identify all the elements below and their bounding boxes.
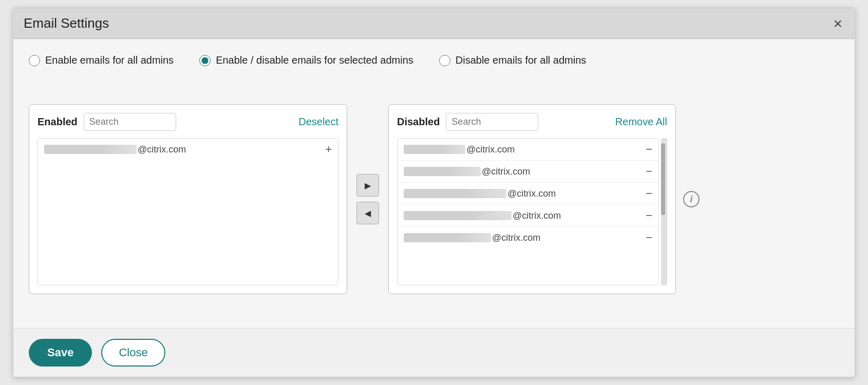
email-settings-dialog: Email Settings × Enable emails for all a… — [13, 8, 855, 377]
radio-all-enable[interactable] — [29, 55, 40, 66]
disabled-panel-header: Disabled Remove All — [397, 113, 667, 131]
info-icon[interactable]: i — [683, 191, 700, 207]
remove-item-button[interactable]: − — [646, 144, 652, 155]
disabled-panel: Disabled Remove All @citrix.com − — [388, 104, 676, 294]
arrow-left-icon: ◀ — [365, 208, 371, 218]
disabled-search-input[interactable] — [446, 113, 538, 131]
enabled-panel-header: Enabled Deselect — [37, 113, 338, 131]
save-button[interactable]: Save — [29, 339, 92, 367]
scrollbar-track[interactable] — [661, 138, 667, 285]
radio-option-all-disable[interactable]: Disable emails for all admins — [439, 54, 587, 66]
email-domain: @citrix.com — [492, 233, 540, 243]
list-item: @citrix.com − — [398, 205, 658, 227]
radio-all-disable[interactable] — [439, 55, 450, 66]
blurred-email — [44, 145, 137, 154]
deselect-button[interactable]: Deselect — [298, 116, 338, 128]
radio-label-all-enable: Enable emails for all admins — [45, 54, 174, 66]
transfer-arrows: ▶ ◀ — [356, 174, 379, 224]
blurred-email — [404, 145, 465, 154]
blurred-email — [404, 189, 506, 198]
enabled-panel-label: Enabled — [37, 116, 78, 128]
email-domain: @citrix.com — [482, 166, 530, 177]
email-domain: @citrix.com — [513, 210, 561, 221]
add-item-button[interactable]: + — [325, 144, 332, 155]
radio-label-all-disable: Disable emails for all admins — [456, 54, 587, 66]
arrow-right-icon: ▶ — [365, 181, 371, 190]
email-domain: @citrix.com — [138, 144, 186, 155]
dialog-title: Email Settings — [24, 15, 109, 31]
move-left-button[interactable]: ◀ — [356, 202, 379, 224]
enabled-list: @citrix.com + — [37, 138, 338, 285]
radio-group: Enable emails for all admins Enable / di… — [29, 54, 839, 66]
blurred-email — [404, 211, 512, 220]
close-button[interactable]: × — [831, 16, 844, 31]
radio-label-selected: Enable / disable emails for selected adm… — [216, 54, 413, 66]
disabled-panel-label: Disabled — [397, 116, 440, 128]
blurred-email — [404, 167, 481, 176]
disabled-panel-wrapper: Disabled Remove All @citrix.com − — [388, 104, 700, 294]
list-item: @citrix.com − — [398, 227, 658, 248]
scrollbar-thumb — [661, 143, 665, 215]
radio-selected[interactable] — [199, 55, 211, 66]
radio-option-selected[interactable]: Enable / disable emails for selected adm… — [199, 54, 413, 66]
remove-item-button[interactable]: − — [646, 210, 652, 221]
enabled-panel: Enabled Deselect @citrix.com + — [29, 104, 347, 294]
close-footer-button[interactable]: Close — [101, 339, 165, 367]
panels-row: Enabled Deselect @citrix.com + ▶ — [29, 81, 839, 318]
blurred-email — [404, 233, 491, 242]
remove-item-button[interactable]: − — [646, 188, 652, 199]
move-right-button[interactable]: ▶ — [356, 174, 379, 197]
dialog-footer: Save Close — [13, 328, 855, 377]
list-item: @citrix.com − — [398, 183, 658, 205]
list-item: @citrix.com − — [398, 161, 658, 183]
disabled-list: @citrix.com − @citrix.com − @citrix.com — [397, 138, 659, 285]
dialog-header: Email Settings × — [13, 8, 855, 39]
remove-all-button[interactable]: Remove All — [615, 116, 667, 128]
enabled-search-input[interactable] — [84, 113, 176, 131]
list-item: @citrix.com + — [38, 139, 338, 160]
email-domain: @citrix.com — [507, 188, 556, 199]
email-domain: @citrix.com — [466, 144, 515, 155]
radio-option-all-enable[interactable]: Enable emails for all admins — [29, 54, 174, 66]
list-item: @citrix.com − — [398, 139, 658, 161]
dialog-body: Enable emails for all admins Enable / di… — [13, 39, 855, 328]
remove-item-button[interactable]: − — [646, 232, 652, 243]
disabled-list-wrapper: @citrix.com − @citrix.com − @citrix.com — [397, 138, 667, 285]
remove-item-button[interactable]: − — [646, 166, 652, 177]
